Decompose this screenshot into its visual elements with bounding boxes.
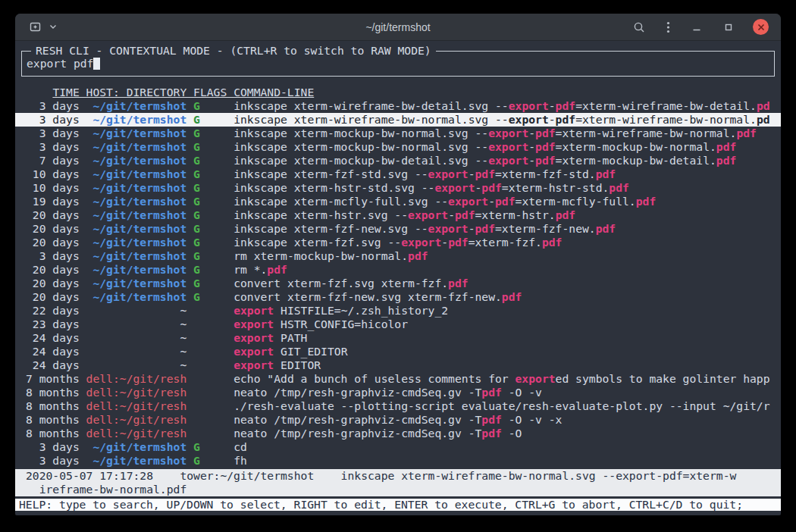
help-bar: HELP: type to search, UP/DOWN to select,… [15, 499, 781, 511]
menu-button[interactable] [664, 20, 672, 35]
titlebar-right-controls [631, 19, 769, 35]
table-header: TIME HOST: DIRECTORY FLAGS COMMAND-LINE [15, 86, 781, 99]
detail-line-1: 2020-05-07 17:17:28 tower:~/git/termshot… [26, 469, 781, 483]
history-row[interactable]: 7 months dell:~/git/resh echo "Add a bun… [15, 372, 781, 386]
titlebar: ~/git/termshot [15, 14, 781, 41]
history-row[interactable]: 24 days ~ export GIT_EDITOR [15, 345, 781, 358]
history-row[interactable]: 23 days ~ export HSTR_CONFIG=hicolor [15, 318, 781, 331]
restore-icon [723, 22, 734, 33]
text-cursor [93, 58, 100, 70]
history-row[interactable]: 20 days ~/git/termshot G inkscape xterm-… [15, 208, 781, 222]
tab-menu-button[interactable] [47, 23, 59, 31]
search-query-text: export pdf [27, 57, 93, 70]
history-row[interactable]: 8 months dell:~/git/resh neato /tmp/resh… [15, 427, 781, 440]
restore-button[interactable] [721, 20, 736, 34]
history-row[interactable]: 24 days ~ export EDITOR [15, 358, 781, 372]
history-row[interactable]: 3 days ~/git/termshot G inkscape xterm-w… [15, 99, 781, 113]
history-row[interactable]: 3 days ~/git/termshot G cd [15, 440, 781, 454]
search-frame: RESH CLI - CONTEXTUAL MODE - (CTRL+R to … [21, 51, 775, 77]
new-tab-icon [30, 21, 42, 33]
history-list: 3 days ~/git/termshot G inkscape xterm-w… [15, 99, 781, 468]
history-row[interactable]: 20 days ~/git/termshot G rm *.pdf [15, 263, 781, 277]
history-row[interactable]: 3 days ~/git/termshot G inkscape xterm-m… [15, 127, 781, 140]
history-row[interactable]: 22 days ~ export HISTFILE=~/.zsh_history… [15, 304, 781, 318]
history-row[interactable]: 24 days ~ export PATH [15, 331, 781, 345]
history-row[interactable]: 8 months dell:~/git/resh neato /tmp/resh… [15, 413, 781, 427]
caret-down-icon [49, 24, 57, 30]
history-row[interactable]: 20 days ~/git/termshot G convert xterm-f… [15, 277, 781, 290]
history-row[interactable]: 8 months dell:~/git/resh ./resh-evaluate… [15, 399, 781, 413]
close-icon [757, 23, 765, 31]
search-input[interactable]: export pdf [27, 57, 100, 70]
history-row[interactable]: 19 days ~/git/termshot G inkscape xterm-… [15, 195, 781, 208]
titlebar-left-controls [27, 20, 59, 34]
history-row[interactable]: 3 days ~/git/termshot G fh [15, 454, 781, 468]
minimize-icon [691, 22, 702, 33]
history-row[interactable]: 8 months dell:~/git/resh neato /tmp/resh… [15, 386, 781, 399]
close-button[interactable] [753, 19, 769, 35]
history-row[interactable]: 20 days ~/git/termshot G inkscape xterm-… [15, 236, 781, 249]
selected-detail: 2020-05-07 17:17:28 tower:~/git/termshot… [15, 469, 781, 496]
kebab-menu-icon [666, 21, 670, 33]
history-row[interactable]: 10 days ~/git/termshot G inkscape xterm-… [15, 167, 781, 181]
history-row[interactable]: 20 days ~/git/termshot G convert xterm-f… [15, 290, 781, 304]
history-row[interactable]: 3 days ~/git/termshot G rm xterm-mockup-… [15, 249, 781, 263]
history-row[interactable]: 7 days ~/git/termshot G inkscape xterm-m… [15, 154, 781, 167]
history-row[interactable]: 20 days ~/git/termshot G inkscape xterm-… [15, 222, 781, 236]
search-button[interactable] [631, 20, 647, 35]
header-lead [26, 86, 52, 99]
minimize-button[interactable] [689, 20, 704, 34]
header-text: TIME HOST: DIRECTORY FLAGS COMMAND-LINE [52, 86, 314, 99]
terminal-content: RESH CLI - CONTEXTUAL MODE - (CTRL+R to … [15, 41, 781, 515]
history-row[interactable]: 3 days ~/git/termshot G inkscape xterm-w… [15, 113, 781, 127]
terminal-window: ~/git/termshot [15, 14, 781, 515]
mode-label: RESH CLI - CONTEXTUAL MODE - (CTRL+R to … [31, 44, 436, 58]
history-row[interactable]: 3 days ~/git/termshot G inkscape xterm-m… [15, 140, 781, 154]
search-icon [633, 21, 645, 33]
history-row[interactable]: 10 days ~/git/termshot G inkscape xterm-… [15, 181, 781, 195]
detail-line-2: ireframe-bw-normal.pdf [26, 483, 781, 496]
new-tab-button[interactable] [27, 20, 45, 34]
